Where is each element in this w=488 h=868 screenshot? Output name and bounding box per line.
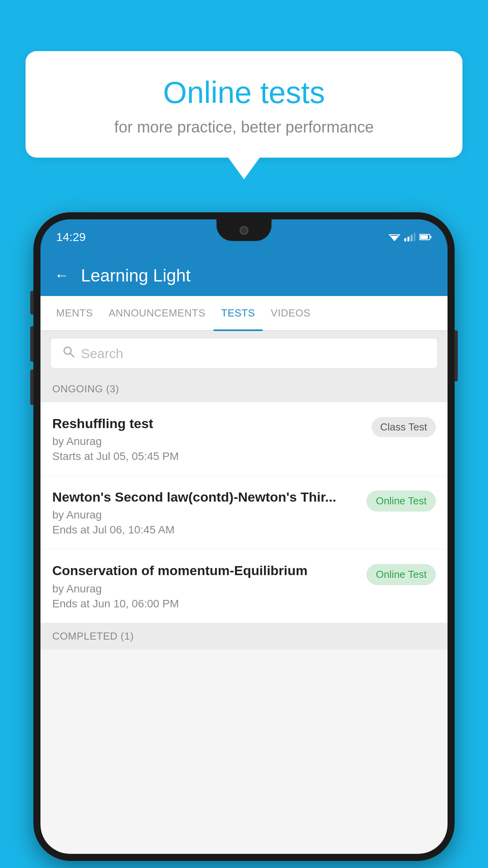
wifi-icon [389,233,400,241]
test-title: Reshuffling test [52,415,364,432]
svg-marker-0 [391,236,398,241]
test-author: by Anurag [52,435,364,448]
status-icons [389,233,432,241]
test-list: Reshuffling test by Anurag Starts at Jul… [40,402,448,623]
svg-rect-3 [407,237,409,241]
tab-tests[interactable]: TESTS [213,296,263,330]
svg-rect-5 [414,233,415,241]
app-header-title: Learning Light [81,266,191,285]
side-button-volume-indicator [30,291,33,314]
test-date: Starts at Jul 05, 05:45 PM [52,450,364,463]
svg-rect-2 [404,238,406,241]
phone-frame: 14:29 [33,212,455,861]
signal-icon [404,233,415,241]
test-title: Conservation of momentum-Equilibrium [52,562,359,579]
tab-announcements[interactable]: ANNOUNCEMENTS [101,296,213,330]
tab-ments[interactable]: MENTS [48,296,101,330]
side-button-volume-up [30,326,33,362]
side-button-power [455,330,458,381]
phone-status-bar: 14:29 [40,219,448,255]
test-author: by Anurag [52,583,359,595]
side-button-volume-down [30,370,33,405]
phone-container: 14:29 [33,212,455,861]
test-badge: Online Test [367,491,436,511]
completed-section-label: COMPLETED (1) [40,623,448,649]
svg-rect-7 [430,236,431,238]
test-author: by Anurag [52,509,359,521]
phone-notch [216,219,272,241]
search-container: Search [40,331,448,376]
test-info: Conservation of momentum-Equilibrium by … [52,562,359,610]
test-item[interactable]: Reshuffling test by Anurag Starts at Jul… [40,402,448,476]
tab-videos[interactable]: VIDEOS [263,296,318,330]
test-badge: Class Test [372,417,436,437]
speech-bubble-subtitle: for more practice, better performance [45,118,443,136]
battery-icon [419,234,432,241]
speech-bubble-container: Online tests for more practice, better p… [26,51,462,179]
tabs-bar: MENTS ANNOUNCEMENTS TESTS VIDEOS [40,296,448,331]
speech-bubble-title: Online tests [45,75,443,110]
test-title: Newton's Second law(contd)-Newton's Thir… [52,488,359,506]
speech-bubble: Online tests for more practice, better p… [26,51,462,158]
phone-time: 14:29 [56,230,86,244]
front-camera [240,226,248,235]
test-item[interactable]: Newton's Second law(contd)-Newton's Thir… [40,476,448,549]
app-header: ← Learning Light [40,255,448,296]
phone-screen: ← Learning Light MENTS ANNOUNCEMENTS TES… [40,255,448,854]
test-date: Ends at Jun 10, 06:00 PM [52,598,359,610]
test-info: Reshuffling test by Anurag Starts at Jul… [52,415,364,463]
speech-bubble-arrow [228,158,260,179]
svg-rect-8 [420,235,428,239]
test-item[interactable]: Conservation of momentum-Equilibrium by … [40,549,448,623]
svg-rect-4 [411,235,413,241]
back-button[interactable]: ← [54,267,69,284]
test-badge: Online Test [367,564,436,585]
search-icon [62,346,75,361]
test-info: Newton's Second law(contd)-Newton's Thir… [52,488,359,536]
test-date: Ends at Jul 06, 10:45 AM [52,524,359,536]
svg-line-10 [70,353,74,357]
search-placeholder: Search [81,346,123,361]
ongoing-section-label: ONGOING (3) [40,376,448,402]
search-bar[interactable]: Search [50,338,438,369]
